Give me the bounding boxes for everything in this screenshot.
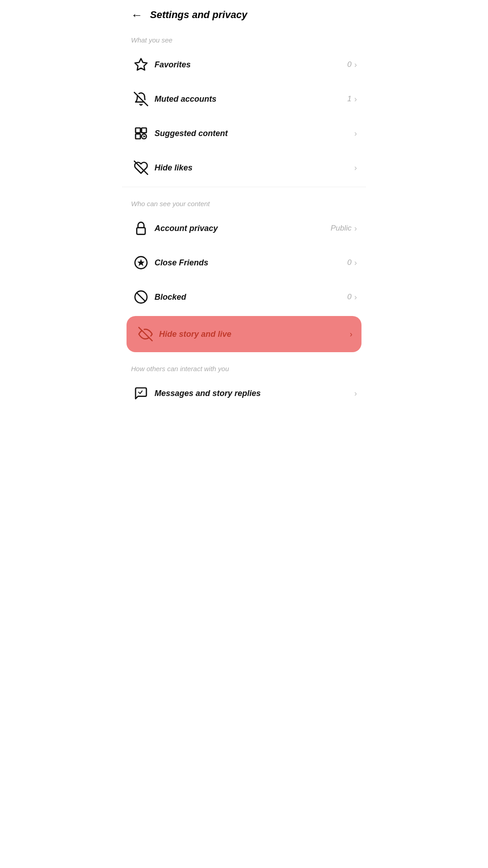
chevron-icon: ›	[354, 129, 357, 138]
section-who-can-see: Who can see your content Account privacy…	[122, 189, 366, 352]
account-privacy-label: Account privacy	[155, 224, 331, 233]
muted-accounts-badge: 1	[347, 94, 352, 104]
menu-item-blocked[interactable]: Blocked 0 ›	[122, 280, 366, 314]
chevron-icon: ›	[354, 60, 357, 70]
svg-rect-4	[136, 134, 141, 139]
messenger-icon	[131, 383, 151, 403]
svg-marker-0	[135, 59, 147, 70]
menu-item-messages-story-replies[interactable]: Messages and story replies ›	[122, 376, 366, 410]
menu-item-suggested-content[interactable]: Suggested content ›	[122, 116, 366, 151]
close-friends-badge: 0	[347, 258, 352, 267]
section-label-what-you-see: What you see	[122, 25, 366, 47]
blocked-badge: 0	[347, 292, 352, 302]
menu-item-favorites[interactable]: Favorites 0 ›	[122, 47, 366, 82]
suggested-content-label: Suggested content	[155, 129, 352, 138]
account-privacy-badge: Public	[331, 224, 352, 233]
blocked-label: Blocked	[155, 292, 347, 302]
star-icon	[131, 55, 151, 75]
svg-marker-6	[143, 135, 145, 137]
svg-marker-10	[137, 259, 145, 266]
page-title: Settings and privacy	[150, 9, 247, 21]
chevron-icon: ›	[354, 389, 357, 398]
chevron-icon: ›	[354, 258, 357, 268]
menu-item-hide-likes[interactable]: Hide likes ›	[122, 151, 366, 185]
lock-icon	[131, 218, 151, 238]
section-divider	[122, 187, 366, 187]
section-label-who-can-see: Who can see your content	[122, 189, 366, 211]
section-how-others-interact: How others can interact with you Message…	[122, 354, 366, 410]
header: ← Settings and privacy	[122, 0, 366, 25]
menu-item-hide-story-live[interactable]: Hide story and live ›	[127, 316, 361, 352]
suggested-content-icon	[131, 123, 151, 143]
chevron-icon: ›	[354, 94, 357, 104]
svg-rect-3	[141, 128, 146, 133]
messages-story-replies-label: Messages and story replies	[155, 389, 352, 398]
hide-likes-label: Hide likes	[155, 163, 352, 173]
chevron-icon: ›	[354, 163, 357, 173]
svg-line-1	[134, 92, 147, 105]
chevron-icon: ›	[354, 224, 357, 233]
section-label-how-others-interact: How others can interact with you	[122, 354, 366, 376]
menu-item-account-privacy[interactable]: Account privacy Public ›	[122, 211, 366, 245]
close-friends-label: Close Friends	[155, 258, 347, 268]
chevron-icon: ›	[354, 292, 357, 302]
back-button[interactable]: ←	[131, 9, 143, 21]
hide-story-icon	[136, 324, 155, 344]
close-friends-icon	[131, 253, 151, 273]
svg-rect-8	[137, 228, 145, 235]
menu-item-muted-accounts[interactable]: Muted accounts 1 ›	[122, 82, 366, 116]
menu-item-close-friends[interactable]: Close Friends 0 ›	[122, 245, 366, 280]
svg-line-12	[137, 293, 145, 302]
section-what-you-see: What you see Favorites 0 › Muted account…	[122, 25, 366, 185]
chevron-icon: ›	[350, 330, 352, 339]
svg-rect-2	[136, 128, 141, 133]
muted-bell-icon	[131, 89, 151, 109]
hide-story-live-label: Hide story and live	[159, 330, 347, 339]
favorites-label: Favorites	[155, 60, 347, 70]
favorites-badge: 0	[347, 60, 352, 69]
muted-accounts-label: Muted accounts	[155, 94, 347, 104]
hide-likes-icon	[131, 158, 151, 178]
blocked-icon	[131, 287, 151, 307]
